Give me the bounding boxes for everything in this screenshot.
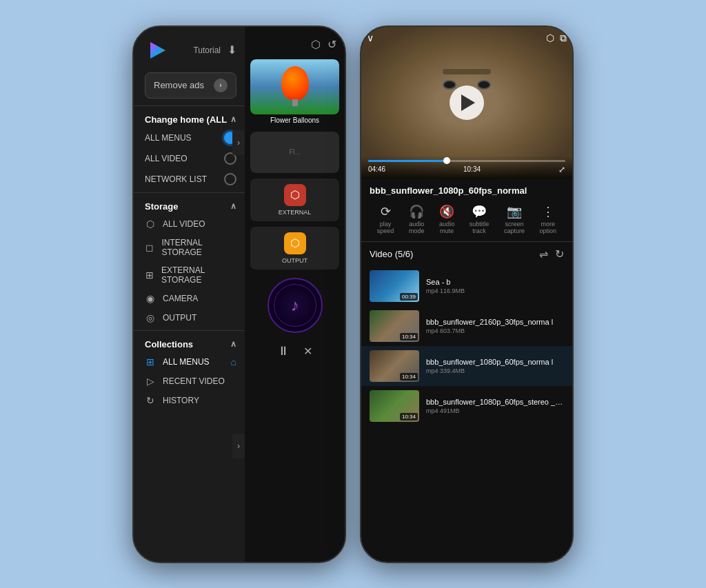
divider-2 <box>134 192 248 193</box>
music-visualizer: ♪ <box>268 278 323 333</box>
menu-all-video[interactable]: ALL VIDEO <box>134 148 248 169</box>
duration-badge-1: 00:39 <box>400 293 418 301</box>
video-item-stereo[interactable]: 10:34 bbb_sunflower_1080p_60fps_stereo _… <box>361 386 572 426</box>
menu-network-list[interactable]: NETWORK LIST <box>134 169 248 190</box>
video-name-1: Sea - b <box>426 278 564 286</box>
output-icon: ◎ <box>145 312 156 323</box>
subtitle-icon: 💬 <box>472 204 487 219</box>
divider-1 <box>134 105 248 106</box>
refresh-icon[interactable]: ↺ <box>327 38 336 51</box>
time-row: 04:46 10:34 ⤢ <box>368 165 565 174</box>
video-info-1: Sea - b mp4 116.9MB <box>426 278 564 294</box>
top-right-controls: ⬡ ⧉ <box>546 32 567 44</box>
chevron-up-icon-3: ∧ <box>230 339 236 349</box>
storage-all-video[interactable]: ⬡ ALL VIDEO <box>134 214 248 234</box>
tutorial-label: Tutorial <box>193 45 221 55</box>
duration-badge-3: 10:34 <box>400 373 418 381</box>
video-item-sea-b[interactable]: 00:39 Sea - b mp4 116.9MB <box>361 266 572 306</box>
back-chevron-icon[interactable]: ∨ <box>367 32 374 43</box>
video-item-1080p-60fps[interactable]: 10:34 bbb_sunflower_1080p_60fps_norma l … <box>361 346 572 386</box>
monkey-brow <box>443 69 491 74</box>
storage-output[interactable]: ◎ OUTPUT <box>134 308 248 327</box>
monkey-eye-right <box>477 80 491 90</box>
storage-internal[interactable]: ◻ INTERNAL STORAGE <box>134 234 248 261</box>
left-header: Tutorial ⬇ <box>134 27 248 68</box>
storage-camera[interactable]: ◉ CAMERA <box>134 289 248 308</box>
chevron-up-icon: ∧ <box>230 114 236 124</box>
thumbnail-second[interactable]: Fl... <box>250 132 339 173</box>
video-item-2160p[interactable]: 10:34 bbb_sunflower_2160p_30fps_norma l … <box>361 306 572 346</box>
change-home-section[interactable]: Change home (ALL ∧ <box>134 109 248 128</box>
cast-icon-player[interactable]: ⬡ <box>546 32 554 44</box>
collections-recent[interactable]: ▷ RECENT VIDEO <box>134 372 248 391</box>
video-name-4: bbb_sunflower_1080p_60fps_stereo _abl <box>426 398 564 406</box>
play-button-overlay[interactable] <box>450 85 484 120</box>
playlist-title: Video (5/6) <box>370 249 413 259</box>
internal-icon: ◻ <box>145 242 154 253</box>
storage-external[interactable]: ⊞ EXTERNAL STORAGE <box>134 261 248 289</box>
collections-section[interactable]: Collections ∧ <box>134 334 248 352</box>
duration-badge-4: 10:34 <box>400 413 418 420</box>
panel-toggle-arrow[interactable]: › <box>232 130 245 155</box>
ctrl-subtitle[interactable]: 💬 subtitletrack <box>470 204 490 234</box>
video-meta-2: mp4 603.7MB <box>426 327 564 334</box>
video-info: bbb_sunflower_1080p_60fps_normal ⟳ plays… <box>361 179 572 241</box>
progress-thumb <box>443 157 450 164</box>
ctrl-more-option[interactable]: ⋮ moreoption <box>540 204 557 234</box>
video-meta-4: mp4 491MB <box>426 407 564 414</box>
more-options-icon: ⋮ <box>542 204 554 219</box>
output-storage-icon: ⬡ <box>284 232 306 254</box>
header-right: Tutorial ⬇ <box>193 43 236 57</box>
video-info-2: bbb_sunflower_2160p_30fps_norma l mp4 60… <box>426 318 564 334</box>
shuffle-icon[interactable]: ⇌ <box>539 247 548 261</box>
remove-ads-arrow: › <box>214 79 228 92</box>
video-thumbnail-1: 00:39 <box>370 270 419 302</box>
playlist-actions: ⇌ ↻ <box>539 247 564 261</box>
grid-icon: ⊞ <box>145 356 156 367</box>
ctrl-screen-capture[interactable]: 📷 screencapture <box>504 204 525 234</box>
recent-icon: ▷ <box>145 376 156 387</box>
ctrl-play-speed[interactable]: ⟳ playspeed <box>377 204 394 234</box>
thumbnail-image-2: Fl... <box>250 132 339 173</box>
video-controls: 04:46 10:34 ⤢ <box>361 156 572 179</box>
play-speed-icon: ⟳ <box>381 204 391 219</box>
thumbnail-label: Flower Balloons <box>250 114 339 126</box>
playbar: ⏸ ✕ <box>245 338 345 364</box>
output-block[interactable]: ⬡ OUTPUT <box>250 227 339 270</box>
video-thumbnail-2: 10:34 <box>370 310 419 342</box>
menu-all-menus[interactable]: ALL MENUS <box>134 128 248 148</box>
pip-icon[interactable]: ⧉ <box>560 32 567 44</box>
svg-marker-0 <box>150 42 165 59</box>
pause-button[interactable]: ⏸ <box>277 344 290 358</box>
monkey-eye-left <box>443 80 456 90</box>
chevron-up-icon-2: ∧ <box>230 201 236 211</box>
external-storage-block[interactable]: ⬡ EXTERNAL <box>250 179 339 221</box>
video-info-4: bbb_sunflower_1080p_60fps_stereo _abl mp… <box>426 398 564 414</box>
download-icon: ⬇ <box>228 43 236 57</box>
thumbnail-flower-balloons[interactable]: Flower Balloons <box>250 59 339 126</box>
repeat-icon[interactable]: ↻ <box>555 247 564 261</box>
collections-history[interactable]: ↻ HISTORY <box>134 391 248 410</box>
duration-badge-2: 10:34 <box>400 333 418 341</box>
video-list: 00:39 Sea - b mp4 116.9MB 10:34 bbb_sunf… <box>361 266 572 562</box>
panel-header: ⬡ ↺ <box>245 27 345 57</box>
screen-capture-icon: 📷 <box>507 204 522 219</box>
remove-ads-button[interactable]: Remove ads › <box>145 72 236 99</box>
fullscreen-icon[interactable]: ⤢ <box>558 165 565 174</box>
audio-mode-icon: 🎧 <box>409 204 424 219</box>
panel-toggle-arrow-2[interactable]: › <box>232 434 245 458</box>
close-button[interactable]: ✕ <box>303 345 312 358</box>
app-logo <box>145 38 170 63</box>
ctrl-audio-mode[interactable]: 🎧 audiomode <box>409 204 425 234</box>
music-note-icon: ♪ <box>291 296 299 315</box>
left-phone: Tutorial ⬇ Remove ads › Change home (ALL… <box>132 26 346 563</box>
cast-icon[interactable]: ⬡ <box>311 38 321 51</box>
ctrl-audio-mute[interactable]: 🔇 audiomute <box>439 204 454 234</box>
video-title: bbb_sunflower_1080p_60fps_normal <box>370 185 564 196</box>
progress-fill <box>368 160 447 162</box>
collections-all-menus[interactable]: ⊞ ALL MENUS ⌂ <box>134 352 248 372</box>
video-meta-3: mp4 339.4MB <box>426 367 564 374</box>
video-name-3: bbb_sunflower_1080p_60fps_norma l <box>426 358 564 366</box>
storage-section[interactable]: Storage ∧ <box>134 196 248 214</box>
progress-bar[interactable] <box>368 160 565 162</box>
